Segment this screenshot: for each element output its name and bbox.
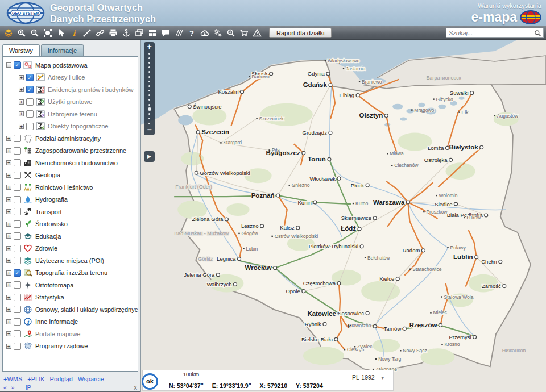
- layer-checkbox[interactable]: [26, 123, 34, 130]
- layer-row[interactable]: +Portale mapowe: [4, 328, 136, 340]
- expand-toggle-icon[interactable]: +: [6, 295, 11, 300]
- layer-row[interactable]: +Statystyka: [4, 291, 136, 304]
- expand-toggle-icon[interactable]: +: [6, 222, 11, 227]
- layer-row[interactable]: +Osnowy, siatki i układy współrzędnych: [4, 303, 136, 316]
- layer-checkbox[interactable]: ✓: [14, 269, 21, 277]
- layer-row[interactable]: +Obiekty topograficzne: [4, 120, 136, 133]
- tab-informacje[interactable]: Informacje: [41, 44, 84, 56]
- zoom-level-dot[interactable]: [148, 53, 150, 55]
- layer-row[interactable]: +Zagospodarowanie przestrzenne: [4, 145, 136, 157]
- zoom-level-dot[interactable]: [148, 85, 150, 87]
- report-for-parcel-button[interactable]: Raport dla działki: [269, 28, 332, 38]
- expand-toggle-icon[interactable]: +: [6, 197, 11, 202]
- zoom-level-dot[interactable]: [148, 99, 150, 101]
- expand-toggle-icon[interactable]: +: [19, 124, 24, 129]
- layer-row[interactable]: +Hydrografia: [4, 194, 136, 206]
- zoom-level-dot[interactable]: [148, 57, 150, 59]
- layer-row[interactable]: +Geologia: [4, 169, 136, 182]
- zoom-out-button[interactable]: −: [147, 126, 151, 134]
- zoom-level-dot[interactable]: [148, 118, 150, 119]
- profile-button[interactable]: [172, 27, 185, 39]
- zoom-level-dot[interactable]: [148, 66, 150, 68]
- expand-toggle-icon[interactable]: +: [6, 246, 11, 251]
- expand-toggle-icon[interactable]: +: [6, 173, 11, 178]
- anchor-button[interactable]: [119, 27, 133, 39]
- expand-toggle-icon[interactable]: +: [6, 209, 11, 214]
- layer-checkbox[interactable]: [14, 135, 21, 142]
- measure-line-button[interactable]: [80, 27, 93, 39]
- layer-checkbox[interactable]: [14, 294, 21, 301]
- layer-checkbox[interactable]: [14, 318, 21, 326]
- sidebar-link-plik[interactable]: +PLIK: [27, 376, 44, 382]
- expand-toggle-icon[interactable]: +: [6, 270, 11, 276]
- zoom-level-dot[interactable]: [148, 71, 150, 73]
- zoom-out-button[interactable]: [28, 27, 41, 39]
- expand-toggle-icon[interactable]: +: [19, 111, 24, 116]
- help-button[interactable]: ?: [185, 27, 198, 39]
- layer-checkbox[interactable]: ✓: [26, 74, 34, 81]
- zoom-level-dot[interactable]: [148, 90, 150, 91]
- comment-button[interactable]: [159, 27, 172, 39]
- zoom-level-dot[interactable]: [148, 62, 150, 64]
- search-plus-button[interactable]: [224, 27, 237, 39]
- sidebar-link-wsparcie[interactable]: Wsparcie: [78, 376, 104, 382]
- crs-select[interactable]: PL-1992▼: [352, 374, 385, 381]
- zoom-in-button[interactable]: [15, 27, 28, 39]
- layer-row[interactable]: +Uzbrojenie terenu: [4, 108, 136, 120]
- alert-button[interactable]: [250, 27, 263, 39]
- layer-row[interactable]: +Użytki gruntowe: [4, 96, 136, 109]
- layer-checkbox[interactable]: [14, 330, 21, 337]
- layer-checkbox[interactable]: [14, 172, 21, 179]
- ip-link[interactable]: IP: [25, 384, 31, 391]
- expand-toggle-icon[interactable]: +: [6, 136, 11, 141]
- layer-checkbox[interactable]: [14, 257, 21, 264]
- sidebar-link-podgld[interactable]: Podgląd: [50, 376, 73, 382]
- layer-checkbox[interactable]: ✓: [26, 86, 34, 93]
- cloud-download-button[interactable]: [198, 27, 211, 39]
- layer-row[interactable]: +✓Adresy i ulice: [4, 72, 136, 84]
- layer-row[interactable]: +Użyteczne miejsca (POI): [4, 255, 136, 267]
- layer-checkbox[interactable]: [14, 196, 21, 203]
- layer-row[interactable]: +✓Topografia i rzeźba terenu: [4, 267, 136, 280]
- layer-row[interactable]: +✓Ewidencja gruntów i budynków: [4, 84, 136, 96]
- layer-row[interactable]: +Podział administracyjny: [4, 132, 136, 145]
- tab-warstwy[interactable]: Warstwy: [2, 44, 40, 56]
- layer-checkbox[interactable]: [26, 110, 34, 118]
- layer-row[interactable]: +Ortofotomapa: [4, 279, 136, 291]
- expand-toggle-icon[interactable]: +: [6, 319, 11, 324]
- sidebar-link-wms[interactable]: +WMS: [3, 376, 22, 382]
- layer-row[interactable]: +Nieruchomości i budownictwo: [4, 157, 136, 169]
- layer-checkbox[interactable]: [14, 184, 21, 191]
- layer-checkbox[interactable]: [14, 147, 21, 155]
- layer-checkbox[interactable]: [14, 343, 21, 350]
- expand-toggle-icon[interactable]: +: [6, 148, 11, 153]
- expand-toggle-icon[interactable]: +: [6, 233, 11, 239]
- collapse-arrows-icon[interactable]: « »: [3, 384, 15, 391]
- zoom-level-dot[interactable]: [148, 94, 150, 96]
- expand-toggle-icon[interactable]: +: [6, 282, 11, 287]
- zoom-level-dot[interactable]: [148, 123, 150, 124]
- print-button[interactable]: [106, 27, 119, 39]
- layer-checkbox[interactable]: [14, 306, 21, 313]
- layer-row[interactable]: −✓Mapa podstawowa: [4, 59, 136, 72]
- zoom-level-dot[interactable]: [148, 76, 150, 78]
- pointer-button[interactable]: [54, 27, 67, 39]
- expand-toggle-icon[interactable]: +: [6, 185, 11, 190]
- expand-toggle-icon[interactable]: +: [6, 160, 11, 165]
- layer-checkbox[interactable]: [26, 98, 34, 106]
- layer-checkbox[interactable]: [14, 281, 21, 289]
- expand-toggle-icon[interactable]: +: [6, 307, 11, 312]
- expand-toggle-icon[interactable]: +: [19, 99, 24, 105]
- zoom-level-dot[interactable]: [148, 107, 151, 111]
- layer-row[interactable]: +iInne informacje: [4, 316, 136, 328]
- layer-checkbox[interactable]: [14, 208, 21, 215]
- layer-row[interactable]: +Środowisko: [4, 218, 136, 231]
- layer-row[interactable]: +Rolnictwo i leśnictwo: [4, 181, 136, 194]
- layer-checkbox[interactable]: ✓: [14, 61, 21, 69]
- expand-toggle-icon[interactable]: +: [19, 87, 24, 92]
- select-area-button[interactable]: [41, 27, 54, 39]
- layer-row[interactable]: +Transport: [4, 206, 136, 218]
- ok-button[interactable]: ok: [142, 373, 158, 390]
- search-icon[interactable]: [534, 30, 541, 37]
- layers-button[interactable]: [2, 27, 15, 39]
